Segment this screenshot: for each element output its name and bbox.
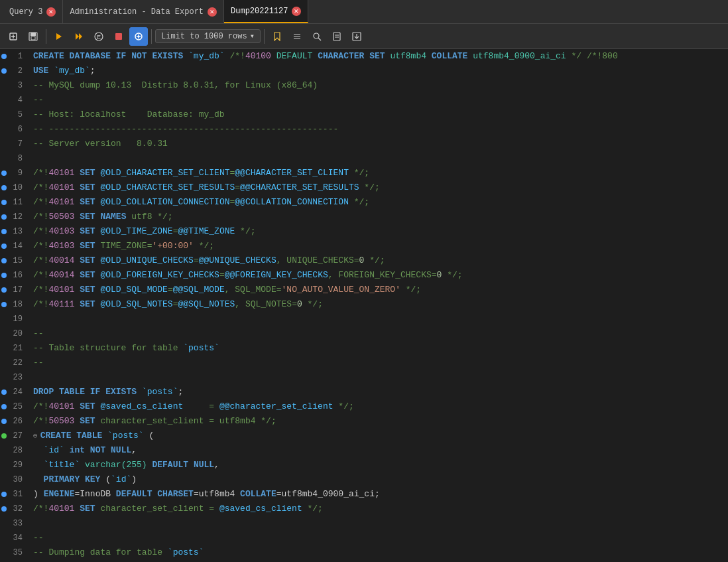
tab-bar: Query 3 ✕ Administration - Data Export ✕… — [0, 0, 728, 24]
dot-8 — [1, 156, 7, 161]
tools-button[interactable] — [288, 27, 306, 46]
line-20: -- — [33, 326, 728, 341]
line-14: /*!40103 SET TIME_ZONE='+00:00' */; — [33, 239, 728, 253]
line-12-num: 12 — [0, 210, 25, 224]
new-tab-button[interactable] — [4, 27, 23, 46]
dot-2 — [1, 68, 7, 74]
stop-button[interactable] — [109, 27, 128, 46]
line-18: /*!40111 SET @OLD_SQL_NOTES=@@SQL_NOTES,… — [33, 297, 728, 312]
line-6: -- -------------------------------------… — [33, 122, 728, 137]
line-35: -- Dumping data for table `posts` — [33, 545, 728, 560]
svg-text:E: E — [97, 34, 101, 40]
tab-admin-export[interactable]: Administration - Data Export ✕ — [63, 0, 224, 23]
dot-25 — [1, 404, 7, 409]
line-29: `title` varchar(255) DEFAULT NULL, — [33, 458, 728, 472]
dot-24 — [1, 389, 7, 395]
tab-query3[interactable]: Query 3 ✕ — [3, 0, 63, 23]
line-19 — [33, 312, 728, 326]
line-16-num: 16 — [0, 268, 25, 283]
dot-6 — [1, 127, 7, 132]
dot-9 — [1, 171, 7, 176]
dot-16 — [1, 273, 7, 278]
column-info-button[interactable] — [328, 27, 346, 46]
svg-marker-7 — [76, 33, 79, 40]
line-5: -- Host: localhost Database: my_db — [33, 107, 728, 122]
line-9: /*!40101 SET @OLD_CHARACTER_SET_CLIENT=@… — [33, 166, 728, 180]
svg-rect-4 — [30, 33, 36, 36]
line-21: -- Table structure for table `posts` — [33, 341, 728, 356]
dot-1 — [1, 54, 7, 59]
line-28-num: 28 — [0, 443, 25, 458]
save-button[interactable] — [24, 27, 42, 46]
tab-query3-close[interactable]: ✕ — [46, 7, 56, 17]
dot-11 — [1, 200, 7, 205]
dot-5 — [1, 112, 7, 117]
line-16: /*!40014 SET @OLD_FOREIGN_KEY_CHECKS=@@F… — [33, 268, 728, 283]
limit-select[interactable]: Limit to 1000 rows ▾ — [155, 29, 261, 43]
sep1 — [46, 29, 46, 44]
dot-31 — [1, 492, 7, 497]
svg-rect-16 — [334, 33, 340, 40]
svg-marker-6 — [56, 33, 62, 40]
bookmark-button[interactable] — [268, 27, 286, 46]
line-10: /*!40101 SET @OLD_CHARACTER_SET_RESULTS=… — [33, 180, 728, 195]
dot-3 — [1, 83, 7, 88]
line-13-num: 13 — [0, 224, 25, 239]
line-24-num: 24 — [0, 385, 25, 399]
svg-marker-8 — [79, 33, 82, 40]
line-13: /*!40103 SET @OLD_TIME_ZONE=@@TIME_ZONE … — [33, 224, 728, 239]
dot-23 — [1, 375, 7, 380]
dot-17 — [1, 287, 7, 293]
dot-27 — [1, 433, 7, 439]
dot-4 — [1, 98, 7, 103]
line-33 — [33, 516, 728, 531]
tab-admin-export-label: Administration - Data Export — [70, 7, 204, 17]
explain-button[interactable]: E — [90, 27, 108, 46]
line-27-num: 27 — [0, 429, 25, 443]
line-29-num: 29 — [0, 458, 25, 472]
dot-20 — [1, 331, 7, 336]
svg-rect-11 — [115, 33, 122, 40]
line-25: /*!40101 SET @saved_cs_client = @@charac… — [33, 399, 728, 414]
line-19-num: 19 — [0, 312, 25, 326]
dot-13 — [1, 229, 7, 234]
tab-dump[interactable]: Dump20221127 ✕ — [224, 0, 308, 23]
dot-33 — [1, 521, 7, 526]
sep2 — [151, 29, 152, 44]
line-8 — [33, 151, 728, 166]
line-32-num: 32 — [0, 502, 25, 516]
execute-button[interactable] — [50, 27, 68, 46]
dot-10 — [1, 185, 7, 190]
dot-7 — [1, 141, 7, 147]
line-11: /*!40101 SET @OLD_COLLATION_CONNECTION=@… — [33, 195, 728, 210]
line-8-num: 8 — [0, 151, 25, 166]
tab-dump-close[interactable]: ✕ — [292, 7, 301, 16]
limit-label: Limit to 1000 rows — [161, 32, 247, 41]
dot-26 — [1, 419, 7, 424]
line-17-num: 17 — [0, 283, 25, 297]
line-2: USE `my_db`; — [33, 64, 728, 78]
svg-marker-13 — [274, 33, 280, 40]
dot-15 — [1, 258, 7, 263]
tab-query3-label: Query 3 — [9, 7, 42, 17]
dot-34 — [1, 535, 7, 541]
line-numbers: 1 2 3 4 5 6 7 8 — [0, 49, 30, 562]
search-button[interactable] — [308, 27, 326, 46]
tab-admin-export-close[interactable]: ✕ — [208, 7, 217, 17]
line-34: -- — [33, 531, 728, 545]
toggle-button[interactable] — [129, 27, 148, 46]
line-4-num: 4 — [0, 93, 25, 107]
dot-28 — [1, 448, 7, 453]
export-button[interactable] — [347, 27, 366, 46]
execute-current-button[interactable] — [70, 27, 88, 46]
line-31-num: 31 — [0, 487, 25, 502]
dot-22 — [1, 360, 7, 366]
line-7: -- Server version 8.0.31 — [33, 137, 728, 151]
svg-rect-5 — [31, 36, 35, 40]
code-content[interactable]: CREATE DATABASE IF NOT EXISTS `my_db` /*… — [30, 49, 728, 562]
line-30-num: 30 — [0, 472, 25, 487]
svg-line-15 — [318, 38, 321, 40]
line-20-num: 20 — [0, 326, 25, 341]
line-26: /*!50503 SET character_set_client = utf8… — [33, 414, 728, 429]
dot-19 — [1, 316, 7, 322]
